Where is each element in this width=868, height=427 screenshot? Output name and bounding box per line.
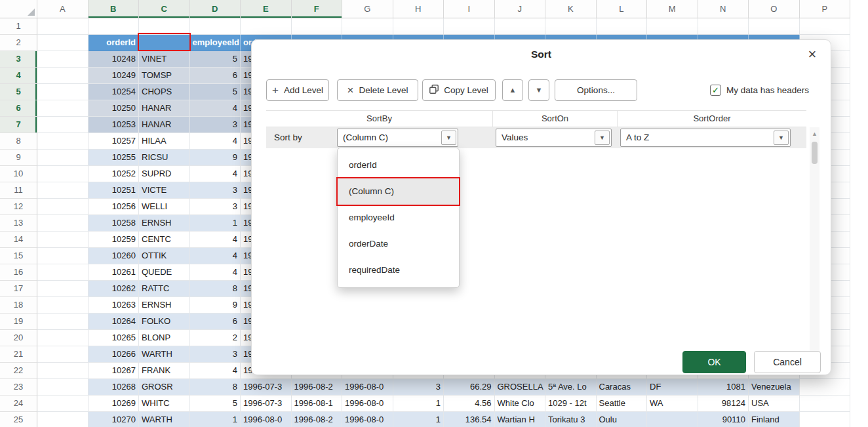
cell-E25[interactable]: 1996-08-0 (241, 412, 292, 427)
cell-A13[interactable] (37, 215, 89, 232)
cell-K23[interactable]: 5ª Ave. Lo (545, 379, 597, 396)
cell-A24[interactable] (37, 396, 89, 412)
cell-D5[interactable]: 5 (190, 84, 241, 100)
cell-B23[interactable]: 10268 (89, 379, 140, 396)
column-header-C[interactable]: C (139, 0, 190, 18)
cell-H24[interactable]: 1 (393, 396, 444, 412)
cell-N24[interactable]: 98124 (698, 396, 749, 412)
cell-B9[interactable]: 10255 (89, 150, 140, 166)
cell-B1[interactable] (89, 18, 140, 35)
cell-P23[interactable] (800, 379, 851, 396)
column-header-H[interactable]: H (393, 0, 444, 18)
cell-K1[interactable] (545, 18, 597, 35)
cell-C25[interactable]: WARTH (139, 412, 190, 427)
row-header-21[interactable]: 21 (0, 346, 37, 363)
row-header-22[interactable]: 22 (0, 363, 37, 379)
cell-F24[interactable]: 1996-08-1 (292, 396, 343, 412)
cell-E24[interactable]: 1996-07-3 (241, 396, 292, 412)
cell-I25[interactable]: 136.54 (444, 412, 495, 427)
scroll-up-icon[interactable]: ▲ (810, 129, 819, 139)
cell-B15[interactable]: 10260 (89, 248, 140, 264)
cell-J1[interactable] (495, 18, 546, 35)
row-header-8[interactable]: 8 (0, 133, 37, 150)
cell-J23[interactable]: GROSELLA (495, 379, 546, 396)
cell-M1[interactable] (647, 18, 698, 35)
cell-C22[interactable]: FRANK (139, 363, 190, 379)
cell-D3[interactable]: 5 (190, 51, 241, 68)
cell-C7[interactable]: HANAR (139, 117, 190, 133)
cell-C6[interactable]: HANAR (139, 100, 190, 117)
cell-E23[interactable]: 1996-07-3 (241, 379, 292, 396)
dropdown-item-column-c[interactable]: (Column C) (338, 178, 459, 205)
cell-I1[interactable] (444, 18, 495, 35)
cell-D21[interactable]: 3 (190, 346, 241, 363)
row-header-16[interactable]: 16 (0, 264, 37, 281)
cell-B24[interactable]: 10269 (89, 396, 140, 412)
column-header-B[interactable]: B (89, 0, 140, 18)
row-header-13[interactable]: 13 (0, 215, 37, 232)
column-header-F[interactable]: F (292, 0, 343, 18)
dropdown-item-requireddate[interactable]: requiredDate (338, 257, 459, 283)
row-header-18[interactable]: 18 (0, 297, 37, 314)
cell-G24[interactable]: 1996-08-0 (342, 396, 393, 412)
cell-A12[interactable] (37, 199, 89, 215)
cell-P1[interactable] (800, 18, 851, 35)
column-header-D[interactable]: D (190, 0, 241, 18)
column-header-G[interactable]: G (342, 0, 393, 18)
cell-D1[interactable] (190, 18, 241, 35)
cell-B11[interactable]: 10251 (89, 182, 140, 199)
cell-B21[interactable]: 10266 (89, 346, 140, 363)
cell-A2[interactable] (37, 35, 89, 51)
cell-A16[interactable] (37, 264, 89, 281)
sort-order-dropdown[interactable]: A to Z ▼ (620, 129, 791, 147)
row-header-12[interactable]: 12 (0, 199, 37, 215)
cell-D10[interactable]: 4 (190, 166, 241, 182)
cell-M23[interactable]: DF (647, 379, 698, 396)
cell-D7[interactable]: 3 (190, 117, 241, 133)
cell-G23[interactable]: 1996-08-0 (342, 379, 393, 396)
cell-L25[interactable]: Oulu (597, 412, 648, 427)
delete-level-button[interactable]: × Delete Level (337, 79, 418, 101)
cell-D24[interactable]: 5 (190, 396, 241, 412)
cell-C14[interactable]: CENTC (139, 232, 190, 248)
row-header-10[interactable]: 10 (0, 166, 37, 182)
cell-H23[interactable]: 3 (393, 379, 444, 396)
cell-G25[interactable]: 1996-08-0 (342, 412, 393, 427)
row-header-4[interactable]: 4 (0, 68, 37, 84)
cell-B18[interactable]: 10263 (89, 297, 140, 314)
cell-A10[interactable] (37, 166, 89, 182)
cell-D17[interactable]: 8 (190, 281, 241, 297)
cell-A14[interactable] (37, 232, 89, 248)
column-header-L[interactable]: L (597, 0, 648, 18)
cell-L1[interactable] (597, 18, 648, 35)
row-header-2[interactable]: 2 (0, 35, 37, 51)
cell-C11[interactable]: VICTE (139, 182, 190, 199)
cell-D23[interactable]: 8 (190, 379, 241, 396)
row-header-6[interactable]: 6 (0, 100, 37, 117)
cell-C13[interactable]: ERNSH (139, 215, 190, 232)
cell-C4[interactable]: TOMSP (139, 68, 190, 84)
cell-A3[interactable] (37, 51, 89, 68)
sort-by-dropdown[interactable]: (Column C) ▼ (337, 129, 458, 147)
cell-B3[interactable]: 10248 (89, 51, 140, 68)
cell-O25[interactable]: Finland (749, 412, 800, 427)
cell-C12[interactable]: WELLI (139, 199, 190, 215)
add-level-button[interactable]: + Add Level (266, 79, 329, 101)
row-header-23[interactable]: 23 (0, 379, 37, 396)
options-button[interactable]: Options... (555, 79, 637, 101)
cell-D19[interactable]: 6 (190, 314, 241, 330)
cell-I24[interactable]: 4.56 (444, 396, 495, 412)
dropdown-item-employeeid[interactable]: employeeId (338, 205, 459, 231)
close-button[interactable]: × (803, 45, 821, 64)
cell-P25[interactable] (800, 412, 851, 427)
cell-D11[interactable]: 3 (190, 182, 241, 199)
cell-L24[interactable]: Seattle (597, 396, 648, 412)
row-header-11[interactable]: 11 (0, 182, 37, 199)
cell-C21[interactable]: WARTH (139, 346, 190, 363)
cell-B16[interactable]: 10261 (89, 264, 140, 281)
column-header-A[interactable]: A (37, 0, 89, 18)
row-header-14[interactable]: 14 (0, 232, 37, 248)
cell-A1[interactable] (37, 18, 89, 35)
cell-D18[interactable]: 9 (190, 297, 241, 314)
cell-D15[interactable]: 4 (190, 248, 241, 264)
